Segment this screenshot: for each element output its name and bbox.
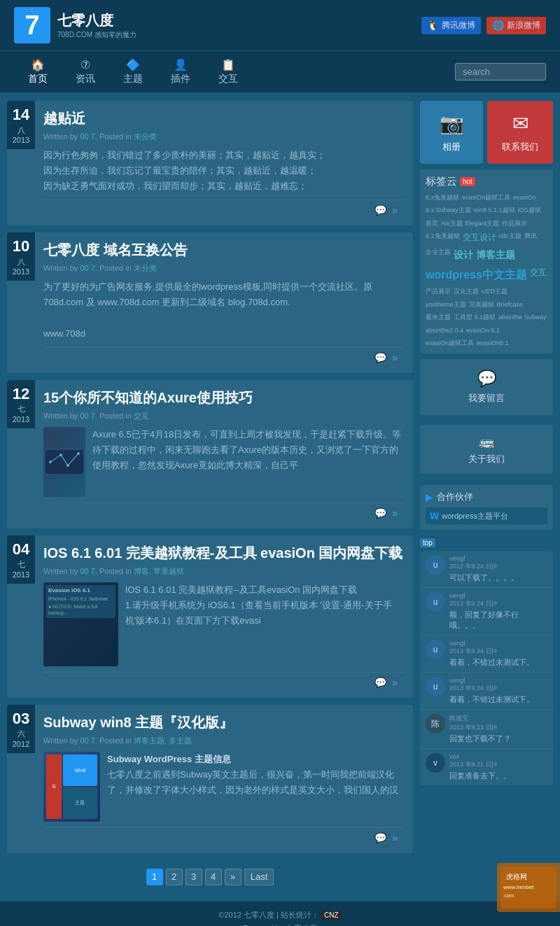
tag-item[interactable]: iOS越狱 (518, 205, 541, 215)
tag-item[interactable]: 6.x兔美越狱 (426, 192, 459, 202)
tag-item[interactable]: Elegant主题 (465, 218, 500, 228)
post-title[interactable]: 七零八度 域名互换公告 (43, 241, 405, 259)
comment-text: 回复准备去下。。 (449, 771, 547, 781)
tag-item[interactable]: 窗米主题 (426, 312, 451, 322)
play-icon: ▶ (426, 491, 433, 503)
tag-item[interactable]: evasiOn越狱工具 (462, 192, 510, 202)
comment-icon[interactable]: 💬 (374, 204, 386, 216)
footer-copyright: ©2012 七零八度 | 站长统计： CNZ (8, 910, 552, 920)
post-card: 12 七 2013 15个你所不知道的Axure使用技巧 Written by … (7, 380, 413, 528)
next-icon[interactable]: » (392, 832, 398, 843)
post-title[interactable]: IOS 6.1 6.01 完美越狱教程-及工具 evasiOn 国内网盘下载 (43, 544, 405, 562)
album-contact-row: 📷 相册 ✉ 联系我们 (420, 101, 553, 164)
tag-item[interactable]: 交互设计 (463, 231, 496, 244)
comment-icon[interactable]: 💬 (374, 352, 386, 363)
navigation: 首页 ⑦ 资讯 🔷 主题 👤 插件 📋 交互 (0, 51, 560, 94)
tag-item[interactable]: Aix主题 (441, 218, 463, 228)
tag-item[interactable]: cdc主题 (499, 231, 522, 244)
tag-item[interactable]: 产品展示 (426, 286, 451, 296)
comment-meta: uengf2012 年9.24 日|# (449, 555, 547, 571)
tag-item[interactable]: evasiOn越狱工具 (426, 338, 474, 348)
nav-home[interactable]: 首页 (14, 51, 62, 92)
page-1-button[interactable]: 1 (146, 869, 163, 885)
sina-weibo-button[interactable]: 🌐 新浪微博 (486, 17, 546, 34)
page-next-button[interactable]: » (225, 869, 241, 885)
qq-weibo-button[interactable]: 🐧 腾讯微博 (421, 17, 481, 34)
post-footer: 💬 » (43, 503, 405, 523)
contact-tile[interactable]: ✉ 联系我们 (487, 101, 553, 164)
tag-item[interactable]: yootheme主题 (426, 300, 466, 309)
tag-item[interactable]: win8 5.1.1越狱 (474, 205, 515, 215)
nav-theme[interactable]: 🔷 主题 (109, 51, 157, 92)
nav-news-label: 资讯 (76, 73, 95, 85)
wp-logo-icon: W (430, 510, 439, 521)
about-tile[interactable]: 🚌 关于我们 (420, 425, 553, 474)
tag-item[interactable]: 企业主题 (426, 247, 451, 262)
next-icon[interactable]: » (392, 204, 398, 216)
tag-item[interactable]: 博客主题 (476, 247, 515, 262)
comment-icon[interactable]: 💬 (374, 507, 386, 519)
comment-avatar: v (426, 753, 445, 773)
tag-item[interactable]: 汉化主题 (454, 286, 479, 296)
tag-item[interactable]: 首页 (426, 218, 438, 228)
post-day: 12 (10, 384, 32, 405)
tag-item[interactable]: 完美越狱 (469, 300, 494, 309)
tag-item[interactable]: absinthe2.0.4 (426, 325, 463, 335)
tag-item[interactable]: 作品展示 (502, 218, 527, 228)
tags-container: 6.x兔美越狱 evasiOn越狱工具 evasiOn 6.x Subway主题… (426, 192, 547, 348)
comment-item: 陈 陈速宝2013 年9.23 日|# 回复也下载不了？ (420, 710, 553, 749)
tag-item[interactable]: Briefcase (497, 300, 524, 309)
page-3-button[interactable]: 3 (186, 869, 202, 885)
tag-item[interactable]: evasiOn6.1 (477, 338, 509, 348)
tag-item[interactable]: 6.x Subway主题 (426, 205, 471, 215)
post-title[interactable]: 15个你所不知道的Axure使用技巧 (43, 388, 405, 407)
tag-item[interactable]: evasiOn 6.1 (466, 325, 500, 335)
comment-body: uengf2013 年9.24 日|# 着着，不错过未测试下。 (449, 640, 547, 668)
page-last-button[interactable]: Last (244, 869, 274, 885)
comment-item: v vox2013 年9.21 日|# 回复准备去下。。 (420, 749, 553, 785)
watermark: 虎格网 www.heobet .com (497, 863, 560, 912)
partner-item[interactable]: W wordpress主题平台 (426, 507, 547, 524)
right-sidebar: 📷 相册 ✉ 联系我们 标签云 hot 6.x兔美越狱 evasiOn越狱工具 … (420, 101, 553, 791)
next-icon[interactable]: » (392, 677, 398, 688)
top-badge: top (420, 538, 435, 547)
nav-plugin[interactable]: 👤 插件 (157, 51, 204, 92)
main-content: 14 八 2013 越贴近 Written by 00 7. Posted in… (0, 94, 560, 901)
post-title[interactable]: Subway win8 主题『汉化版』 (43, 713, 405, 731)
camera-icon: 📷 (440, 112, 464, 135)
post-date-badge: 14 八 2013 (7, 101, 35, 149)
album-tile[interactable]: 📷 相册 (420, 101, 483, 164)
post-body: IOS 6.1 6.01 完美越狱教程-及工具 evasiOn 国内网盘下载 W… (35, 535, 413, 698)
post-card: 14 八 2013 越贴近 Written by 00 7. Posted in… (7, 101, 413, 225)
tag-item[interactable]: 交互 (530, 266, 547, 284)
tag-item[interactable]: 设计 (454, 247, 473, 262)
nav-interact[interactable]: 📋 交互 (204, 51, 252, 92)
mail-icon: ✉ (512, 112, 528, 135)
post-day: 14 (10, 105, 32, 125)
post-meta: Written by 00 7. Posted in 博客主题, 多主题 (43, 736, 405, 746)
tag-item[interactable]: evasiOn (513, 192, 536, 202)
tag-item[interactable]: 腾讯 (524, 231, 537, 244)
tag-item[interactable]: UED主题 (482, 286, 507, 296)
post-thumbnail: S Win8 主题 (43, 752, 100, 822)
tag-item[interactable]: absinthe Subway (498, 312, 547, 322)
tag-item[interactable]: 6.1兔美越狱 (426, 231, 460, 244)
post-meta: Written by 00 7. Posted in 博客, 苹果越狱 (43, 566, 405, 577)
comment-meta: uengf2013 年9.24 日|# (449, 677, 547, 693)
comment-icon[interactable]: 💬 (374, 677, 386, 688)
comment-icon[interactable]: 💬 (374, 832, 386, 843)
post-year: 2013 (13, 570, 29, 579)
post-thumbnail: Evasion iOS 6.1 iPhone4 - iOS 6.1 Jailbr… (43, 582, 118, 666)
nav-news[interactable]: ⑦ 资讯 (62, 51, 109, 92)
post-title[interactable]: 越贴近 (43, 109, 405, 127)
comment-body: uengf2012 年9.24 日|# 可以下载了。。。。 (449, 555, 547, 583)
comment-tile[interactable]: 💬 我要留言 (420, 359, 553, 415)
partner-item-label: wordpress主题平台 (442, 511, 508, 521)
tag-item[interactable]: wordpress中文主题 (426, 266, 527, 284)
search-input[interactable] (455, 63, 546, 80)
page-4-button[interactable]: 4 (205, 869, 222, 885)
tag-item[interactable]: 工具型 5.1越狱 (454, 312, 496, 322)
next-icon[interactable]: » (392, 507, 398, 519)
next-icon[interactable]: » (392, 352, 398, 363)
page-2-button[interactable]: 2 (166, 869, 183, 885)
